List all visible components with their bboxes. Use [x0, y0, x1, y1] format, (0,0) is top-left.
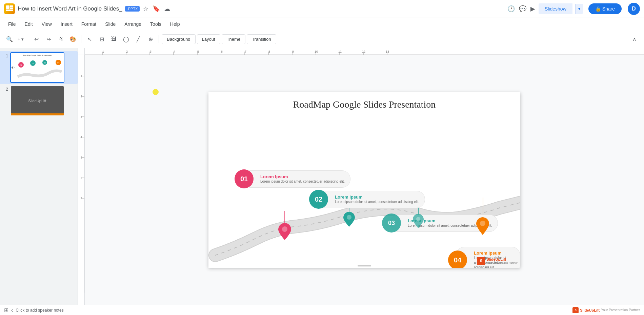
svg-point-58 [282, 226, 287, 232]
ruler-row: 1 2 3 4 5 6 7 8 9 [78, 48, 644, 55]
grid-icon[interactable]: ⊞ [4, 307, 8, 313]
lock-icon: 🔒 [595, 6, 601, 12]
slide-thumb-2[interactable]: 2 SlideUpLift [0, 84, 78, 117]
svg-rect-1 [10, 5, 13, 7]
file-badge: .PPTX [125, 6, 140, 12]
slideshow-button[interactable]: Slideshow [539, 3, 572, 14]
svg-text:04: 04 [57, 62, 59, 64]
pin-circle-2: 02 [309, 190, 328, 209]
transition-button[interactable]: Transition [247, 34, 276, 44]
watermark-name: SlideUpLift [486, 257, 518, 261]
speaker-notes[interactable]: Click to add speaker notes [16, 308, 570, 313]
menu-help[interactable]: Help [166, 20, 184, 28]
main-area: 1 RoadMap Google Slides Presentation 01 … [0, 48, 644, 305]
menu-bar: File Edit View Insert Format Slide Arran… [0, 18, 644, 30]
svg-text:6: 6 [221, 50, 223, 53]
footer-logo-tagline: Your Presentation Partner [601, 308, 640, 312]
toolbar-sep-1 [28, 35, 28, 43]
svg-point-61 [480, 221, 485, 226]
slide-thumb-1[interactable]: 1 RoadMap Google Slides Presentation 01 … [0, 51, 78, 84]
pin-title-4: Lorem Ipsum [474, 251, 515, 256]
image-button[interactable]: 🖼 [108, 34, 119, 44]
bottom-bar: ⊞ ‹ Click to add speaker notes S SlideUp… [0, 305, 644, 315]
cursor-button[interactable]: ↖ [84, 34, 95, 44]
slide-num-1: 1 [3, 54, 8, 58]
pin-title-2: Lorem Ipsum [335, 194, 419, 200]
bookmark-icon[interactable]: 🔖 [153, 5, 160, 13]
title-bar: How to Insert Word Art in Google Slides_… [0, 0, 644, 18]
svg-rect-0 [6, 5, 9, 9]
select-button[interactable]: ⊞ [96, 34, 107, 44]
location-pin-2 [343, 212, 355, 228]
zoom-button[interactable]: + ▾ [16, 34, 25, 44]
undo-button[interactable]: ↩ [31, 34, 42, 44]
watermark-tagline: Your Presentation Partner [486, 261, 518, 264]
menu-insert[interactable]: Insert [57, 20, 77, 28]
slide-container[interactable]: RoadMap Google Slides Presentation [85, 55, 644, 305]
svg-rect-2 [10, 7, 13, 9]
pin-circle-4: 04 [448, 251, 467, 268]
theme-button[interactable]: Theme [222, 34, 245, 44]
svg-text:8: 8 [268, 50, 270, 53]
cloud-icon[interactable]: ☁ [164, 5, 170, 13]
svg-text:02: 02 [32, 62, 34, 64]
avatar[interactable]: D [628, 3, 640, 15]
svg-point-59 [347, 215, 351, 220]
toolbar-sep-2 [81, 35, 81, 43]
history-icon[interactable]: 🕐 [507, 5, 515, 13]
pin-card-1: 01 Lorem Ipsum Lorem ipsum dolor sit ame… [242, 170, 350, 188]
watermark: S SlideUpLift Your Presentation Partner [477, 257, 518, 265]
svg-rect-3 [6, 10, 13, 11]
horizontal-ruler: 1 2 3 4 5 6 7 8 9 [85, 48, 644, 55]
line-button[interactable]: ╱ [133, 34, 144, 44]
pin-title-1: Lorem Ipsum [260, 174, 345, 179]
menu-tools[interactable]: Tools [146, 20, 165, 28]
comment-icon[interactable]: 💬 [519, 5, 526, 13]
slide-canvas[interactable]: RoadMap Google Slides Presentation [208, 92, 520, 268]
toolbar-sep-3 [159, 35, 159, 43]
scroll-indicator [358, 265, 371, 266]
redo-button[interactable]: ↪ [43, 34, 54, 44]
search-button[interactable]: 🔍 [4, 34, 15, 44]
print-button[interactable]: 🖨 [55, 34, 66, 44]
svg-text:7: 7 [245, 50, 246, 53]
background-button[interactable]: Background [162, 34, 195, 44]
collapse-button[interactable]: ∧ [629, 34, 640, 44]
svg-text:01: 01 [20, 64, 22, 66]
doc-title: How to Insert Word Art in Google Slides_ [18, 5, 122, 12]
share-button[interactable]: 🔒 Share [588, 3, 622, 14]
app-icon [4, 3, 15, 14]
menu-file[interactable]: File [4, 20, 20, 28]
toolbar: 🔍 + ▾ ↩ ↪ 🖨 🎨 ↖ ⊞ 🖼 ◯ ╱ ⊕ Background Lay… [0, 30, 644, 48]
menu-edit[interactable]: Edit [21, 20, 37, 28]
menu-slide[interactable]: Slide [101, 20, 120, 28]
footer-logo-icon: S [572, 307, 579, 313]
slide-preview-1: RoadMap Google Slides Presentation 01 02… [10, 52, 64, 83]
svg-text:1: 1 [102, 50, 104, 53]
canvas-with-ruler: 1 2 3 4 5 6 7 [78, 55, 644, 305]
pin-card-2: 02 Lorem Ipsum Lorem ipsum dolor sit ame… [317, 191, 425, 208]
menu-format[interactable]: Format [77, 20, 100, 28]
slide-panel: 1 RoadMap Google Slides Presentation 01 … [0, 48, 78, 305]
footer-logo-name: SlideUpLift [580, 308, 600, 312]
paint-button[interactable]: 🎨 [67, 34, 78, 44]
pin-text-1: Lorem ipsum dolor sit amet, consectetuer… [260, 179, 345, 184]
slide2-label: SlideUpLift [28, 99, 46, 103]
svg-text:2: 2 [126, 50, 128, 53]
svg-text:12: 12 [362, 50, 365, 53]
sidebar-collapse-icon[interactable]: ‹ [11, 307, 13, 313]
menu-arrange[interactable]: Arrange [120, 20, 145, 28]
slideuplift-footer: S SlideUpLift Your Presentation Partner [572, 307, 640, 313]
layout-button[interactable]: Layout [197, 34, 220, 44]
ruler-corner [78, 48, 85, 55]
insert-button[interactable]: ⊕ [145, 34, 156, 44]
menu-view[interactable]: View [38, 20, 56, 28]
present-icon[interactable]: ▶ [530, 5, 535, 13]
shapes-button[interactable]: ◯ [121, 34, 132, 44]
svg-text:4: 4 [174, 50, 175, 53]
location-pin-4 [476, 217, 489, 236]
location-pin-1 [278, 223, 291, 241]
star-icon[interactable]: ☆ [143, 5, 148, 13]
slideshow-dropdown[interactable]: ▾ [575, 4, 583, 14]
cursor-indicator [153, 89, 159, 95]
